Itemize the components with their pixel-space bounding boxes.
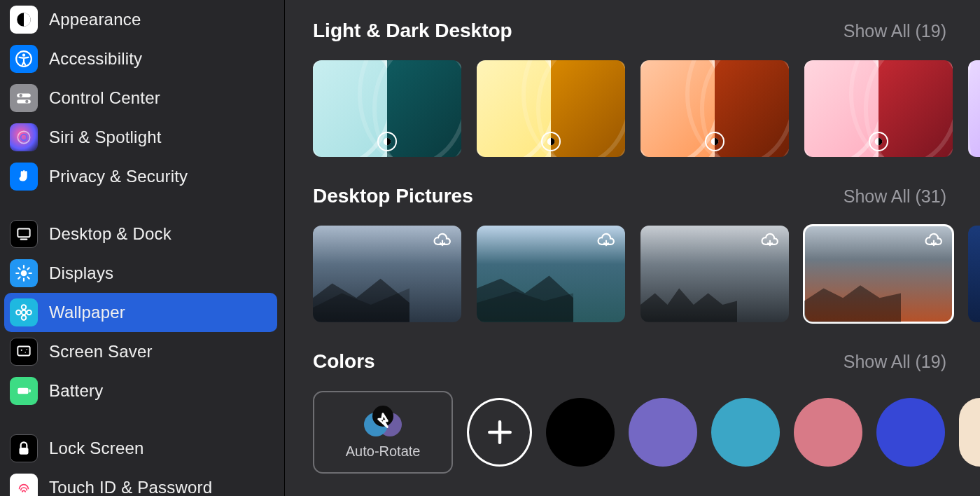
show-all-pictures[interactable]: Show All (31): [844, 186, 946, 207]
touchid-icon: [10, 474, 38, 496]
sidebar-item-privacy-security[interactable]: Privacy & Security: [4, 157, 277, 196]
sidebar-item-label: Touch ID & Password: [49, 478, 212, 496]
wallpaper-lightdark-purple[interactable]: [968, 60, 980, 157]
lock-icon: [10, 434, 38, 462]
wallpaper-lightdark-teal[interactable]: [313, 60, 461, 157]
sidebar-item-desktop-dock[interactable]: Desktop & Dock: [4, 214, 277, 254]
contrast-icon: [377, 132, 397, 151]
sidebar-item-wallpaper[interactable]: Wallpaper: [4, 293, 277, 332]
wallpaper-lightdark-red[interactable]: [804, 60, 953, 157]
section-title: Light & Dark Desktop: [313, 20, 512, 42]
sun-icon: [10, 259, 38, 287]
svg-point-16: [27, 310, 31, 315]
show-all-colors[interactable]: Show All (19): [844, 352, 946, 372]
svg-point-7: [18, 131, 29, 143]
svg-marker-29: [313, 289, 410, 322]
section-header: Desktop Pictures Show All (31): [313, 185, 980, 207]
auto-rotate-label: Auto-Rotate: [346, 443, 421, 460]
svg-rect-17: [18, 346, 29, 355]
sidebar-item-label: Displays: [49, 263, 113, 283]
auto-rotate-button[interactable]: Auto-Rotate: [313, 391, 453, 474]
colors-row: Auto-Rotate: [313, 391, 980, 474]
sidebar-item-label: Control Center: [49, 88, 160, 108]
svg-rect-5: [17, 99, 31, 103]
sidebar-item-battery[interactable]: Battery: [4, 371, 277, 411]
svg-point-11: [21, 270, 27, 277]
add-color-button[interactable]: [467, 398, 532, 467]
control-center-icon: [10, 84, 38, 112]
sidebar-item-label: Screen Saver: [49, 342, 153, 361]
sidebar-spacer: [4, 411, 277, 429]
appearance-icon: [10, 6, 38, 34]
svg-point-13: [22, 305, 27, 310]
sidebar-item-label: Appearance: [49, 10, 141, 29]
svg-rect-22: [29, 390, 31, 392]
sidebar-item-label: Wallpaper: [49, 303, 125, 322]
download-icon: [923, 233, 944, 249]
svg-point-14: [22, 315, 27, 320]
lightdark-row: [313, 60, 980, 157]
svg-point-15: [16, 310, 21, 315]
contrast-icon: [541, 132, 561, 151]
sidebar-item-label: Accessibility: [49, 49, 142, 69]
color-swatch-blue[interactable]: [876, 398, 945, 467]
sidebar-item-label: Privacy & Security: [49, 167, 188, 186]
auto-rotate-icon: [362, 406, 404, 438]
color-swatch-purple[interactable]: [629, 398, 697, 467]
wallpaper-lightdark-yellow[interactable]: [477, 60, 625, 157]
svg-point-8: [21, 135, 27, 141]
sidebar-item-touch-id[interactable]: Touch ID & Password: [4, 468, 277, 496]
wallpaper-lightdark-orange[interactable]: [640, 60, 789, 157]
siri-icon: [10, 123, 38, 151]
sidebar-list: Appearance Accessibility Control Center …: [4, 0, 277, 496]
svg-marker-31: [477, 291, 573, 322]
color-swatch-black[interactable]: [546, 398, 615, 467]
show-all-lightdark[interactable]: Show All (19): [844, 21, 946, 41]
svg-rect-21: [18, 388, 28, 394]
svg-rect-9: [18, 228, 29, 237]
section-desktop-pictures: Desktop Pictures Show All (31): [313, 185, 980, 322]
svg-marker-33: [804, 286, 901, 322]
svg-point-2: [22, 53, 25, 56]
accessibility-icon: [10, 45, 38, 73]
svg-point-6: [25, 100, 28, 103]
svg-rect-3: [17, 94, 31, 97]
download-icon: [432, 233, 453, 249]
hand-icon: [10, 163, 38, 191]
svg-point-18: [21, 350, 22, 351]
color-swatch-rose[interactable]: [794, 398, 862, 467]
sidebar: Appearance Accessibility Control Center …: [0, 0, 285, 496]
section-colors: Colors Show All (19) Auto-Rotate: [313, 350, 980, 474]
svg-point-12: [22, 310, 27, 315]
sidebar-item-lock-screen[interactable]: Lock Screen: [4, 429, 277, 468]
wallpaper-picture-coast-aerial[interactable]: [477, 226, 625, 322]
svg-point-20: [27, 349, 28, 350]
color-swatch-teal[interactable]: [711, 398, 780, 467]
color-swatch-peach[interactable]: [959, 398, 980, 467]
sidebar-item-siri-spotlight[interactable]: Siri & Spotlight: [4, 118, 277, 157]
wallpaper-pane: Light & Dark Desktop Show All (19): [285, 0, 980, 496]
pictures-row: [313, 226, 980, 322]
wallpaper-picture-night[interactable]: [968, 226, 980, 322]
contrast-icon: [705, 132, 724, 151]
section-header: Colors Show All (19): [313, 350, 980, 373]
wallpaper-picture-coast-day[interactable]: [804, 226, 953, 322]
svg-rect-23: [20, 448, 29, 455]
contrast-icon: [869, 132, 888, 151]
flower-icon: [10, 298, 38, 326]
section-lightdark: Light & Dark Desktop Show All (19): [313, 20, 980, 157]
sidebar-item-accessibility[interactable]: Accessibility: [4, 39, 277, 78]
wallpaper-picture-mountains-hazy[interactable]: [313, 226, 461, 322]
section-title: Desktop Pictures: [313, 185, 473, 207]
sidebar-item-label: Desktop & Dock: [49, 224, 172, 244]
svg-point-4: [20, 94, 22, 97]
sidebar-spacer: [4, 196, 277, 214]
sidebar-item-displays[interactable]: Displays: [4, 254, 277, 293]
section-header: Light & Dark Desktop Show All (19): [313, 20, 980, 42]
svg-marker-32: [640, 289, 737, 322]
sidebar-item-control-center[interactable]: Control Center: [4, 78, 277, 118]
sidebar-item-screen-saver[interactable]: Screen Saver: [4, 332, 277, 371]
sidebar-item-appearance[interactable]: Appearance: [4, 0, 277, 39]
download-icon: [596, 233, 617, 249]
wallpaper-picture-sea-stacks-dusk[interactable]: [640, 226, 789, 322]
